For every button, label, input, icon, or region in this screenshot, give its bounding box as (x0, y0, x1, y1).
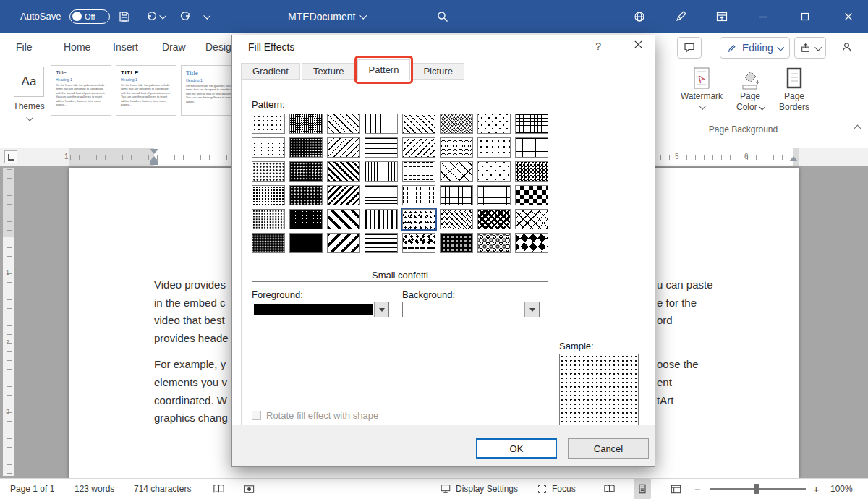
pattern-swatch-dotted-diamond[interactable] (477, 161, 511, 182)
page-color-button[interactable]: PageColor (730, 67, 770, 113)
pattern-swatch-wide-upward-diagonal[interactable] (327, 233, 360, 253)
hanging-indent-marker[interactable] (150, 156, 158, 161)
redo-button[interactable] (174, 0, 197, 33)
pattern-swatch-20-[interactable] (252, 161, 285, 182)
tab-picture[interactable]: Picture (412, 63, 464, 80)
page-borders-button[interactable]: PageBorders (773, 67, 815, 113)
dialog-help-button[interactable]: ? (595, 40, 601, 52)
macro-record-button[interactable] (243, 479, 255, 499)
right-indent-marker[interactable] (789, 156, 798, 161)
character-count[interactable]: 714 characters (134, 479, 191, 499)
themes-button[interactable]: Aa Themes (10, 67, 48, 121)
pattern-swatch-light-horizontal[interactable] (365, 137, 398, 158)
pattern-swatch-dashed-upward-diagonal[interactable] (402, 137, 435, 158)
theme-card[interactable]: TitleHeading 1On the Insert tab, the gal… (51, 65, 111, 116)
pattern-swatch-wide-downward-diagonal[interactable] (327, 209, 360, 229)
pattern-swatch-dotted-grid[interactable] (477, 137, 511, 158)
pattern-swatch-dashed-downward-diagonal[interactable] (402, 114, 435, 134)
pattern-swatch-light-downward-diagonal[interactable] (327, 114, 360, 134)
pattern-swatch-weave[interactable] (440, 209, 473, 229)
pattern-swatch-50-[interactable] (289, 114, 323, 134)
page-indicator[interactable]: Page 1 of 1 (10, 479, 54, 499)
tab-gradient[interactable]: Gradient (241, 63, 300, 80)
pattern-swatch-dashed-horizontal[interactable] (402, 161, 435, 182)
pen-button[interactable] (669, 0, 692, 33)
pattern-swatch-narrow-vertical[interactable] (365, 161, 398, 182)
pattern-swatch-dark-horizontal[interactable] (365, 233, 398, 253)
minimize-button[interactable] (746, 0, 780, 33)
foreground-dropdown-button[interactable] (374, 302, 388, 317)
pattern-swatch-plaid[interactable] (440, 233, 473, 253)
document-title-button[interactable]: MTEDocument (288, 0, 365, 33)
zoom-in-button[interactable]: + (813, 479, 820, 499)
pattern-swatch-80-[interactable] (289, 209, 323, 229)
pattern-swatch-light-vertical[interactable] (365, 114, 398, 134)
comments-button[interactable] (677, 37, 702, 59)
tab-pattern[interactable]: Pattern (357, 59, 411, 80)
cancel-button[interactable]: Cancel (568, 438, 649, 459)
zoom-out-button[interactable]: − (694, 479, 701, 499)
watermark-button[interactable]: A Watermark (679, 67, 724, 109)
pattern-swatch-sphere[interactable] (477, 233, 511, 253)
pattern-swatch-dashed-vertical[interactable] (402, 185, 435, 205)
display-settings-button[interactable]: Display Settings (440, 479, 518, 499)
pattern-swatch-90-[interactable] (289, 233, 323, 253)
pattern-swatch-diagonal-brick[interactable] (440, 161, 473, 182)
pattern-swatch-small-grid[interactable] (515, 114, 548, 134)
globe-button[interactable] (628, 0, 651, 33)
read-mode-button[interactable] (600, 479, 618, 499)
pattern-swatch-30-[interactable] (252, 209, 285, 229)
undo-menu-button[interactable] (160, 0, 165, 33)
tab-home[interactable]: Home (59, 33, 95, 61)
pattern-swatch-dark-vertical[interactable] (365, 209, 398, 229)
zoom-level[interactable]: 100% (830, 479, 853, 499)
ribbon-display-options-button[interactable] (710, 0, 733, 33)
background-dropdown[interactable] (402, 302, 540, 317)
search-button[interactable] (431, 0, 454, 33)
ruler-v[interactable]: 123 (3, 168, 14, 476)
collapse-ribbon-icon[interactable] (854, 125, 861, 132)
pattern-swatch-60-[interactable] (289, 137, 323, 158)
people-button[interactable] (835, 37, 857, 57)
foreground-dropdown[interactable] (252, 302, 389, 317)
autosave-toggle[interactable]: Off (69, 9, 110, 24)
pattern-swatch-large-grid[interactable] (515, 137, 548, 158)
pattern-swatch-divot[interactable] (477, 114, 511, 134)
save-button[interactable] (113, 0, 136, 33)
pattern-swatch-large-checker-board[interactable] (515, 185, 548, 205)
close-window-button[interactable] (832, 0, 865, 33)
pattern-swatch-trellis[interactable] (477, 209, 511, 229)
ok-button[interactable]: OK (476, 438, 557, 459)
theme-card[interactable]: TITLEHeading 1On the Insert tab, the gal… (116, 65, 176, 116)
pattern-swatch-zig-zag[interactable] (440, 114, 473, 134)
pattern-swatch-40-[interactable] (252, 233, 285, 253)
pattern-swatch-10-[interactable] (252, 137, 285, 158)
tab-insert[interactable]: Insert (109, 33, 142, 61)
pattern-swatch-narrow-horizontal[interactable] (365, 185, 398, 205)
pattern-swatch-dark-downward-diagonal[interactable] (327, 161, 360, 182)
pattern-swatch-70-[interactable] (289, 161, 323, 182)
word-count[interactable]: 123 words (75, 479, 114, 499)
pattern-swatch-light-upward-diagonal[interactable] (327, 137, 360, 158)
background-dropdown-button[interactable] (524, 302, 539, 317)
zoom-slider-thumb[interactable] (754, 484, 760, 494)
share-button[interactable] (794, 37, 826, 59)
tab-texture[interactable]: Texture (302, 63, 356, 80)
tab-draw[interactable]: Draw (158, 33, 190, 61)
proofing-button[interactable] (213, 479, 225, 499)
pattern-swatch-25-[interactable] (252, 185, 285, 205)
tab-file[interactable]: File (12, 33, 37, 61)
left-indent-marker[interactable] (150, 161, 158, 165)
first-line-indent-marker[interactable] (150, 149, 158, 154)
pattern-swatch-solid-diamond[interactable] (515, 233, 548, 253)
pattern-swatch-shingle[interactable] (477, 185, 511, 205)
editing-mode-button[interactable]: Editing (720, 37, 790, 59)
pattern-swatch-outlined-diamond[interactable] (515, 209, 548, 229)
qat-customize-button[interactable] (204, 0, 209, 33)
pattern-swatch-wave[interactable] (440, 137, 473, 158)
pattern-swatch-75-[interactable] (289, 185, 323, 205)
pattern-swatch-small-checker-board[interactable] (515, 161, 548, 182)
web-layout-button[interactable] (667, 479, 684, 499)
pattern-swatch-5-[interactable] (252, 114, 285, 134)
dialog-titlebar[interactable]: Fill Effects ? (232, 35, 655, 57)
